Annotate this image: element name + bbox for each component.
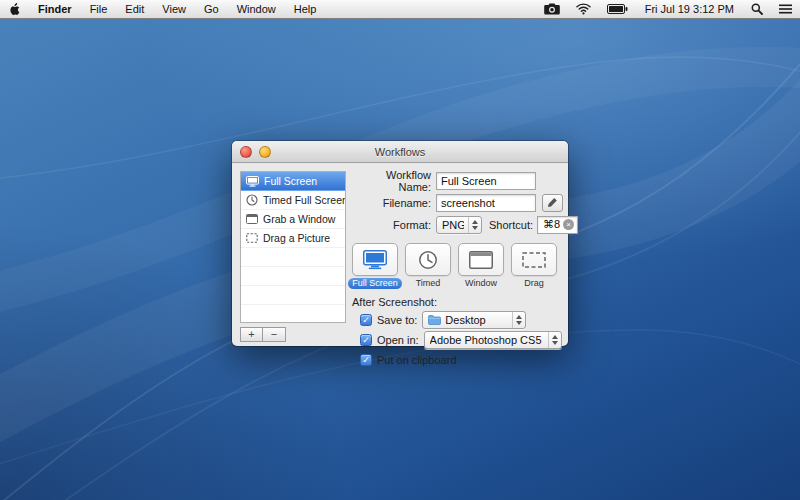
- workflow-detail-pane: Workflow Name: Filename: Format: PNG: [352, 171, 564, 368]
- apple-icon: [9, 3, 20, 16]
- menu-help[interactable]: Help: [285, 0, 326, 18]
- segment-timed[interactable]: Timed: [405, 243, 451, 289]
- segment-full-screen[interactable]: Full Screen: [352, 243, 398, 289]
- list-item-grab-a-window[interactable]: Grab a Window: [241, 210, 345, 229]
- segment-window-button[interactable]: [458, 243, 504, 276]
- filename-input[interactable]: [436, 194, 536, 212]
- save-to-checkbox[interactable]: ✓: [360, 314, 372, 326]
- drag-selection-icon: [522, 252, 546, 268]
- segment-label: Full Screen: [348, 278, 402, 289]
- workflow-name-label: Workflow Name:: [352, 169, 436, 193]
- list-item-label: Drag a Picture: [263, 232, 330, 244]
- list-item-label: Timed Full Screen: [263, 194, 346, 206]
- save-to-value: Desktop: [445, 314, 508, 326]
- open-in-checkbox[interactable]: ✓: [360, 334, 372, 346]
- clipboard-checkbox[interactable]: ✓: [360, 354, 372, 366]
- wifi-icon: [576, 3, 591, 15]
- minimize-button[interactable]: [259, 146, 271, 158]
- add-workflow-button[interactable]: +: [240, 327, 263, 342]
- list-row-empty[interactable]: [241, 267, 345, 286]
- list-row-empty[interactable]: [241, 286, 345, 305]
- list-item-timed-full-screen[interactable]: Timed Full Screen: [241, 191, 345, 210]
- filename-label: Filename:: [352, 197, 436, 209]
- display-icon: [246, 176, 259, 187]
- apple-menu[interactable]: [0, 0, 29, 18]
- popup-arrows-icon: [512, 312, 525, 328]
- folder-icon: [428, 315, 441, 325]
- camera-icon: [544, 3, 560, 15]
- open-in-value: Adobe Photoshop CS5: [430, 334, 544, 346]
- clipboard-row: ✓ Put on clipboard: [360, 352, 564, 368]
- notification-center-menu[interactable]: [771, 0, 800, 18]
- remove-workflow-button[interactable]: −: [263, 327, 286, 342]
- format-label: Format:: [352, 219, 436, 231]
- menu-file[interactable]: File: [81, 0, 117, 18]
- segment-full-screen-button[interactable]: [352, 243, 398, 276]
- list-item-label: Grab a Window: [263, 213, 335, 225]
- window-frame-icon: [246, 214, 258, 224]
- display-icon: [363, 250, 387, 270]
- menu-bar: Finder File Edit View Go Window Help: [0, 0, 800, 19]
- segment-drag-button[interactable]: [511, 243, 557, 276]
- shortcut-field[interactable]: ⌘8 ×: [537, 216, 578, 234]
- filename-token-button[interactable]: [542, 194, 563, 212]
- popup-arrows-icon: [548, 332, 561, 348]
- format-value: PNG: [442, 219, 464, 231]
- list-item-drag-a-picture[interactable]: Drag a Picture: [241, 229, 345, 248]
- battery-icon: [607, 4, 628, 14]
- workflows-window: Workflows Full Screen: [232, 141, 568, 346]
- segment-label: Window: [461, 278, 501, 289]
- save-to-popup[interactable]: Desktop: [422, 311, 526, 329]
- close-button[interactable]: [240, 146, 252, 158]
- segment-label: Drag: [520, 278, 548, 289]
- window-content: Full Screen Timed Full Screen: [232, 163, 568, 346]
- list-footer: + −: [240, 327, 286, 342]
- list-item-full-screen[interactable]: Full Screen: [241, 172, 345, 191]
- open-in-popup[interactable]: Adobe Photoshop CS5: [424, 331, 562, 349]
- shortcut-label: Shortcut:: [489, 219, 533, 231]
- spotlight-icon: [751, 3, 763, 15]
- menubar-clock[interactable]: Fri Jul 19 3:12 PM: [636, 0, 743, 18]
- notification-list-icon: [779, 4, 792, 14]
- check-icon: ✓: [362, 335, 370, 345]
- popup-arrows-icon: [468, 217, 481, 233]
- clipboard-label: Put on clipboard: [377, 354, 457, 366]
- open-in-row: ✓ Open in: Adobe Photoshop CS5: [360, 332, 564, 348]
- after-screenshot-heading: After Screenshot:: [352, 296, 564, 308]
- workflow-list: Full Screen Timed Full Screen: [240, 171, 346, 323]
- pencil-icon: [547, 197, 558, 208]
- segment-label: Timed: [412, 278, 445, 289]
- clock-icon: [418, 250, 438, 270]
- title-bar[interactable]: Workflows: [232, 141, 568, 163]
- menu-finder[interactable]: Finder: [29, 0, 81, 18]
- drag-selection-icon: [246, 233, 258, 243]
- save-to-row: ✓ Save to: Desktop: [360, 312, 564, 328]
- segment-drag[interactable]: Drag: [511, 243, 557, 289]
- capture-type-selector: Full Screen Timed: [352, 243, 564, 289]
- workflow-name-input[interactable]: [436, 172, 536, 190]
- format-popup[interactable]: PNG: [436, 216, 482, 234]
- save-to-label: Save to:: [377, 314, 417, 326]
- check-icon: ✓: [362, 315, 370, 325]
- menu-go[interactable]: Go: [195, 0, 228, 18]
- list-row-empty[interactable]: [241, 305, 345, 323]
- menu-window[interactable]: Window: [228, 0, 285, 18]
- list-row-empty[interactable]: [241, 248, 345, 267]
- menu-edit[interactable]: Edit: [116, 0, 153, 18]
- menu-view[interactable]: View: [153, 0, 195, 18]
- clock-icon: [246, 194, 258, 206]
- screenshot-app-status[interactable]: [536, 0, 568, 18]
- window-frame-icon: [469, 251, 493, 269]
- segment-timed-button[interactable]: [405, 243, 451, 276]
- open-in-label: Open in:: [377, 334, 419, 346]
- battery-status[interactable]: [599, 0, 636, 18]
- wifi-status[interactable]: [568, 0, 599, 18]
- window-title: Workflows: [375, 146, 426, 158]
- segment-window[interactable]: Window: [458, 243, 504, 289]
- clear-shortcut-icon[interactable]: ×: [563, 219, 574, 230]
- list-item-label: Full Screen: [264, 175, 317, 187]
- spotlight-menu[interactable]: [743, 0, 771, 18]
- shortcut-value: ⌘8: [543, 218, 560, 231]
- check-icon: ✓: [362, 355, 370, 365]
